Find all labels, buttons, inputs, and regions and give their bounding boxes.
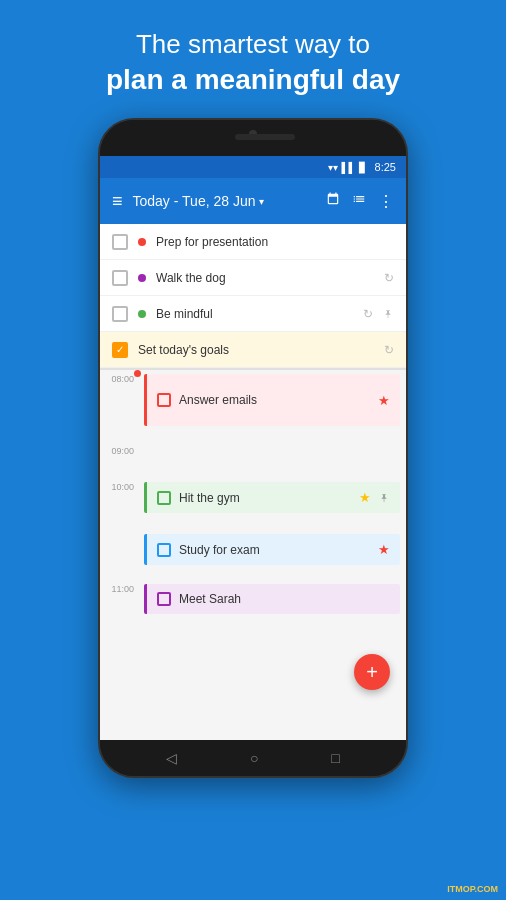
star-icon-gym: ★: [359, 490, 371, 505]
repeat-icon-dog: ↻: [384, 271, 394, 285]
sched-text-sarah: Meet Sarah: [179, 592, 390, 606]
phone-screen: ▾▾ ▌▌ ▊ 8:25 ≡ Today - Tue, 28 Jun ▾: [100, 156, 406, 740]
status-icons: ▾▾ ▌▌ ▊: [328, 162, 366, 173]
signal-icon: ▌▌: [341, 162, 355, 173]
task-text-mindful: Be mindful: [156, 307, 353, 321]
back-button[interactable]: ◁: [166, 750, 177, 766]
task-dot-mindful: [138, 310, 146, 318]
calendar-icon[interactable]: [326, 192, 340, 210]
more-icon[interactable]: ⋮: [378, 192, 394, 211]
phone-wrapper: ▾▾ ▌▌ ▊ 8:25 ≡ Today - Tue, 28 Jun ▾: [0, 118, 506, 778]
wifi-icon: ▾▾: [328, 162, 338, 173]
status-time: 8:25: [375, 161, 396, 173]
toolbar-icons: ⋮: [326, 192, 394, 211]
task-dot-prep: [138, 238, 146, 246]
goal-repeat-icon: ↻: [384, 343, 394, 357]
list-item: Be mindful ↻ 🖈: [100, 296, 406, 332]
sched-text-study: Study for exam: [179, 543, 370, 557]
task-text-prep: Prep for presentation: [156, 235, 394, 249]
sched-text-gym: Hit the gym: [179, 491, 351, 505]
time-content-8: Answer emails ★: [138, 370, 406, 442]
schedule-area: 08:00 Answer emails ★ 09:00: [100, 370, 406, 740]
time-slot-9: 09:00: [100, 442, 406, 478]
pin-icon-gym: 🖈: [379, 492, 390, 504]
speaker: [235, 134, 295, 140]
sched-checkbox-gym[interactable]: [157, 491, 171, 505]
time-label-11: 11:00: [100, 580, 138, 628]
chevron-down-icon[interactable]: ▾: [259, 196, 264, 207]
star-icon-study: ★: [378, 542, 390, 557]
header: The smartest way to plan a meaningful da…: [0, 0, 506, 118]
battery-icon: ▊: [359, 162, 367, 173]
goal-text: Set today's goals: [138, 343, 374, 357]
sched-checkbox-sarah[interactable]: [157, 592, 171, 606]
schedule-task-sarah[interactable]: Meet Sarah: [144, 584, 400, 614]
recent-button[interactable]: □: [331, 750, 339, 766]
time-content-9: [138, 442, 406, 478]
task-dot-dog: [138, 274, 146, 282]
task-text-dog: Walk the dog: [156, 271, 374, 285]
list-item: Walk the dog ↻: [100, 260, 406, 296]
tagline-regular: The smartest way to: [30, 28, 476, 62]
tagline-bold: plan a meaningful day: [30, 62, 476, 98]
schedule-task-emails[interactable]: Answer emails ★: [144, 374, 400, 426]
pin-icon-mindful: 🖈: [383, 308, 394, 320]
list-item: Prep for presentation: [100, 224, 406, 260]
goal-item: ✓ Set today's goals ↻: [100, 332, 406, 368]
time-content-11: Meet Sarah: [138, 580, 406, 628]
time-slot-10: 10:00 Hit the gym ★ 🖈: [100, 478, 406, 530]
time-label-10: 10:00: [100, 478, 138, 530]
time-slot-study: Study for exam ★: [100, 530, 406, 580]
list-icon[interactable]: [352, 192, 366, 210]
time-content-10: Hit the gym ★ 🖈: [138, 478, 406, 530]
repeat-icon-mindful: ↻: [363, 307, 373, 321]
task-list-top: Prep for presentation Walk the dog ↻ Be …: [100, 224, 406, 369]
schedule-task-gym[interactable]: Hit the gym ★ 🖈: [144, 482, 400, 513]
toolbar-title-text: Today - Tue, 28 Jun: [133, 193, 256, 209]
sched-checkbox-study[interactable]: [157, 543, 171, 557]
star-icon-emails: ★: [378, 393, 390, 408]
toolbar-title: Today - Tue, 28 Jun ▾: [133, 193, 316, 209]
time-content-study: Study for exam ★: [138, 530, 406, 580]
phone-top-bezel: [100, 120, 406, 156]
time-slot-8: 08:00 Answer emails ★: [100, 370, 406, 442]
home-button[interactable]: ○: [250, 750, 258, 766]
task-checkbox-prep[interactable]: [112, 234, 128, 250]
menu-icon[interactable]: ≡: [112, 191, 123, 212]
watermark: ITMOP.COM: [447, 884, 498, 894]
status-bar: ▾▾ ▌▌ ▊ 8:25: [100, 156, 406, 178]
current-time-dot: [134, 370, 141, 377]
time-slot-11: 11:00 Meet Sarah: [100, 580, 406, 628]
time-label-8: 08:00: [100, 370, 138, 442]
phone-bottom-nav: ◁ ○ □: [100, 740, 406, 776]
sched-checkbox-emails[interactable]: [157, 393, 171, 407]
phone: ▾▾ ▌▌ ▊ 8:25 ≡ Today - Tue, 28 Jun ▾: [98, 118, 408, 778]
fab-button[interactable]: +: [354, 654, 390, 690]
app-toolbar: ≡ Today - Tue, 28 Jun ▾ ⋮: [100, 178, 406, 224]
time-label-9: 09:00: [100, 442, 138, 478]
time-label-study: [100, 530, 138, 580]
sched-text-emails: Answer emails: [179, 393, 370, 407]
goal-checkbox[interactable]: ✓: [112, 342, 128, 358]
task-checkbox-mindful[interactable]: [112, 306, 128, 322]
task-checkbox-dog[interactable]: [112, 270, 128, 286]
schedule-task-study[interactable]: Study for exam ★: [144, 534, 400, 565]
